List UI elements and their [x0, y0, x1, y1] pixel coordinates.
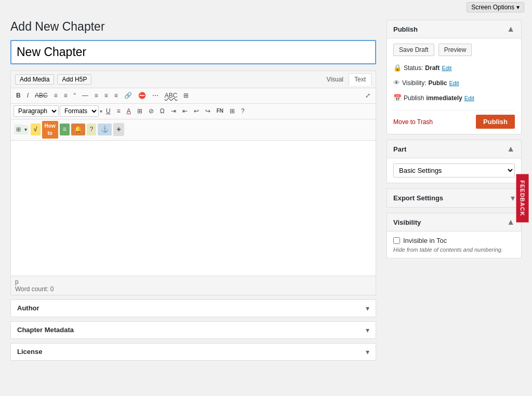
topbar: Screen Options ▾: [0, 0, 532, 15]
more-button[interactable]: ⋯: [150, 90, 161, 102]
screen-options-arrow-icon: ▾: [516, 4, 520, 11]
special-char-button[interactable]: Ω: [157, 105, 167, 117]
chapter-metadata-panel-header[interactable]: Chapter Metadata ▾: [11, 322, 376, 338]
part-panel-title: Part: [393, 145, 406, 153]
license-panel: License ▾: [10, 343, 376, 361]
chapter-metadata-chevron-icon: ▾: [366, 326, 369, 334]
outdent-button[interactable]: ⇤: [180, 105, 190, 117]
author-panel-header[interactable]: Author ▾: [11, 300, 376, 317]
status-label: Status:: [404, 62, 423, 74]
publish-button[interactable]: Publish: [476, 115, 515, 129]
chapter-title-input[interactable]: [10, 40, 376, 64]
feedback-tab[interactable]: FEEDBACK: [516, 174, 528, 222]
formats-select[interactable]: Formats: [60, 105, 99, 117]
anchor-btn[interactable]: ⚓: [98, 124, 112, 135]
invisible-toc-label: Invisible in Toc: [403, 237, 447, 244]
publish-collapse-icon[interactable]: ▲: [507, 24, 515, 34]
help-button[interactable]: ?: [238, 105, 247, 117]
toolbar-row2: Paragraph Formats ▾ U ≡ A ⊞ ⊘ Ω ⇥ ⇤ ↩ ↪ …: [11, 104, 376, 119]
editor-media-btns: Add Media Add H5P: [15, 74, 91, 85]
calendar-icon: 📅: [393, 91, 402, 105]
insert-link-button[interactable]: 🔗: [122, 90, 135, 102]
invisible-toc-checkbox[interactable]: [393, 237, 400, 244]
publish-actions: Move to Trash Publish: [393, 110, 515, 129]
expand-button[interactable]: ⤢: [363, 90, 373, 102]
chapter-metadata-title: Chapter Metadata: [17, 326, 74, 334]
part-collapse-icon[interactable]: ▲: [507, 144, 515, 154]
add-btn[interactable]: +: [113, 123, 124, 136]
add-h5p-button[interactable]: Add H5P: [57, 74, 91, 85]
table-icon: ⊞: [14, 125, 23, 134]
invisible-toc-row: Invisible in Toc: [393, 237, 515, 244]
publish-btns: Save Draft Preview: [393, 44, 515, 56]
preview-button[interactable]: Preview: [438, 44, 472, 56]
table-btn-colored[interactable]: ⊞ ▾: [14, 124, 29, 135]
page-title: Add New Chapter: [10, 20, 376, 34]
align-left-button[interactable]: ≡: [92, 90, 101, 102]
indent-button[interactable]: ⇥: [168, 105, 179, 117]
tab-visual[interactable]: Visual: [322, 73, 349, 86]
fn-button[interactable]: FN: [214, 106, 226, 116]
fullscreen-button[interactable]: ⊞: [181, 90, 191, 102]
italic-button[interactable]: I: [24, 90, 31, 102]
visibility-label: Visibility:: [402, 77, 426, 89]
align-right-button[interactable]: ≡: [112, 90, 121, 102]
undo-button[interactable]: ↩: [191, 105, 202, 117]
author-chevron-icon: ▾: [366, 304, 369, 312]
align-center-button[interactable]: ≡: [102, 90, 111, 102]
screen-options-button[interactable]: Screen Options ▾: [467, 2, 524, 12]
move-to-trash-link[interactable]: Move to Trash: [393, 118, 433, 126]
text-color-button[interactable]: A: [124, 105, 134, 117]
status-row: 🔒 Status: Draft Edit: [393, 61, 515, 75]
editor-statusbar: p Word count: 0: [11, 276, 376, 295]
export-settings-header[interactable]: Export Settings ▾: [387, 189, 521, 207]
export-settings-panel: Export Settings ▾: [387, 188, 522, 208]
strikethrough-button[interactable]: ABC: [32, 90, 50, 102]
remove-link-button[interactable]: ⛔: [136, 90, 149, 102]
status-edit-link[interactable]: Edit: [442, 62, 451, 74]
blockquote-button[interactable]: “: [71, 90, 78, 102]
publish-panel: Publish ▲ Save Draft Preview 🔒 Status: D…: [387, 20, 522, 134]
license-chevron-icon: ▾: [366, 348, 369, 356]
publish-label: Publish: [404, 92, 424, 104]
bold-button[interactable]: B: [14, 90, 23, 102]
list-btn[interactable]: ≡: [60, 124, 70, 135]
publish-edit-link[interactable]: Edit: [464, 92, 474, 104]
visibility-panel-collapse-icon[interactable]: ▲: [507, 217, 515, 227]
hr-button[interactable]: —: [79, 90, 91, 102]
editor-tabs: Visual Text: [322, 73, 371, 86]
paragraph-format-select[interactable]: Paragraph: [14, 105, 59, 117]
visibility-edit-link[interactable]: Edit: [449, 77, 459, 89]
editor-content[interactable]: [11, 141, 376, 276]
editor-top-bar: Add Media Add H5P Visual Text: [11, 71, 376, 88]
publish-panel-header: Publish ▲: [387, 20, 521, 38]
table-button[interactable]: ⊞: [227, 105, 237, 117]
unordered-list-button[interactable]: ≡: [51, 90, 60, 102]
editor-wrap: Add Media Add H5P Visual Text B I ABC ≡ …: [10, 71, 376, 295]
formula-btn[interactable]: √: [31, 124, 41, 135]
publish-time: immediately: [426, 92, 462, 104]
save-draft-button[interactable]: Save Draft: [393, 44, 434, 56]
justify-button[interactable]: ≡: [114, 105, 123, 117]
ordered-list-button[interactable]: ≡: [61, 90, 70, 102]
paste-as-text-button[interactable]: ⊞: [135, 105, 145, 117]
visibility-value: Public: [428, 77, 447, 89]
export-settings-chevron-icon: ▾: [511, 193, 515, 203]
underline-button[interactable]: U: [103, 105, 113, 117]
part-select[interactable]: Basic Settings Part 1 Part 2: [393, 163, 515, 177]
redo-button[interactable]: ↪: [203, 105, 213, 117]
part-panel-body: Basic Settings Part 1 Part 2: [387, 158, 521, 183]
visibility-hint: Hide from table of contents and numberin…: [393, 247, 515, 253]
bell-btn[interactable]: 🔔: [71, 124, 85, 135]
chapter-metadata-panel: Chapter Metadata ▾: [10, 321, 376, 339]
tab-text[interactable]: Text: [349, 73, 371, 86]
add-media-button[interactable]: Add Media: [15, 74, 54, 85]
question-btn[interactable]: ?: [87, 124, 97, 135]
spellcheck-button[interactable]: ABC: [162, 90, 180, 102]
sidebar: Publish ▲ Save Draft Preview 🔒 Status: D…: [387, 20, 522, 361]
part-panel-header: Part ▲: [387, 140, 521, 158]
license-panel-header[interactable]: License ▾: [11, 344, 376, 360]
howto-btn[interactable]: Howto: [42, 121, 58, 139]
license-panel-title: License: [17, 348, 42, 356]
clear-format-button[interactable]: ⊘: [146, 105, 156, 117]
